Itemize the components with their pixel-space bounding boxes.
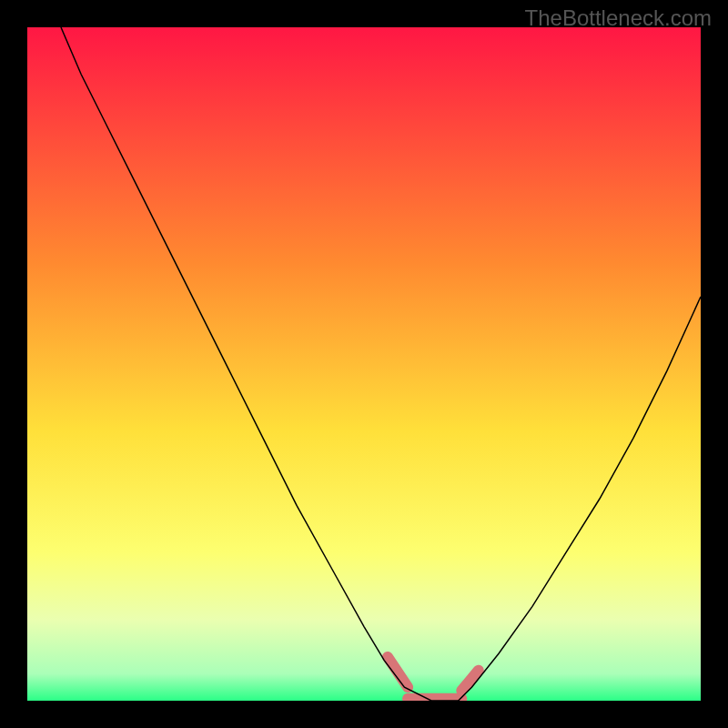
chart-plot-area <box>27 27 701 701</box>
chart-svg <box>27 27 701 701</box>
chart-background <box>27 27 701 701</box>
watermark-text: TheBottleneck.com <box>525 5 712 31</box>
